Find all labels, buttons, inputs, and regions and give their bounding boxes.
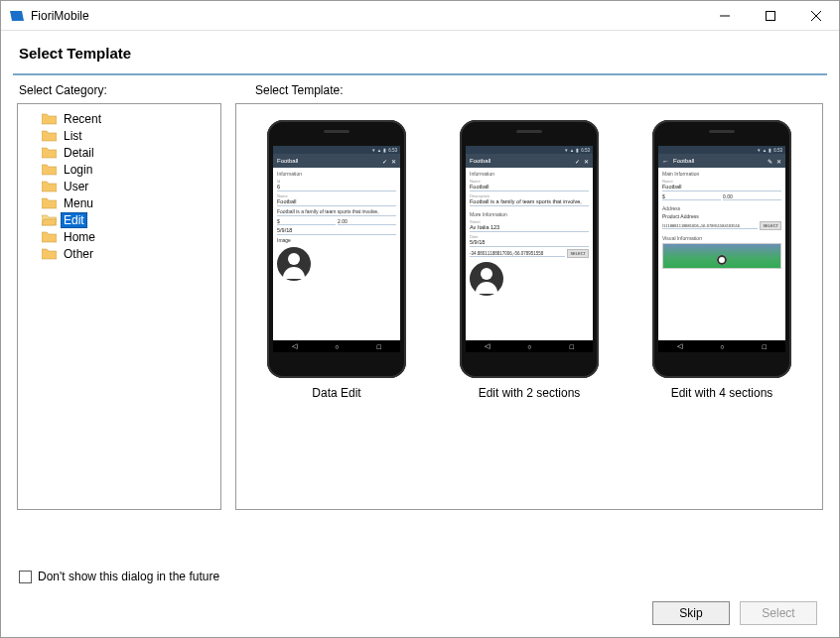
folder-icon (42, 147, 57, 159)
page-title: Select Template (13, 31, 827, 75)
folder-icon (42, 113, 57, 125)
tree-item-detail[interactable]: Detail (22, 144, 216, 161)
template-card-edit-4-sections[interactable]: ▾▲▮6:53 ←Football✎✕ Main Information Nam… (637, 120, 806, 400)
svg-marker-0 (10, 11, 24, 21)
skip-button[interactable]: Skip (652, 601, 730, 625)
template-section-label: Select Template: (255, 83, 821, 97)
dialog-footer: Don't show this dialog in the future Ski… (13, 558, 827, 625)
window-close-button[interactable] (793, 1, 839, 31)
window-title: FioriMobile (31, 9, 89, 23)
tree-item-label: List (61, 128, 85, 144)
folder-icon (42, 130, 57, 142)
tree-item-label: Login (61, 162, 95, 178)
template-card-data-edit[interactable]: ▾▲▮6:53 Football✓✕ Information Id6 NameF… (252, 120, 421, 400)
tree-item-label: Home (61, 229, 98, 245)
tree-item-label: Recent (61, 111, 104, 127)
dont-show-checkbox-row[interactable]: Don't show this dialog in the future (19, 570, 821, 583)
template-card-edit-2-sections[interactable]: ▾▲▮6:53 Football✓✕ Information NameFootb… (445, 120, 614, 400)
window-maximize-button[interactable] (748, 1, 793, 31)
tree-item-list[interactable]: List (22, 127, 216, 144)
app-icon (9, 8, 25, 24)
tree-item-home[interactable]: Home (22, 228, 216, 245)
tree-item-label: Menu (61, 195, 96, 211)
tree-item-login[interactable]: Login (22, 161, 216, 178)
template-label: Edit with 2 sections (479, 386, 581, 400)
tree-item-label: Edit (61, 212, 87, 228)
folder-icon (42, 231, 57, 243)
phone-preview: ▾▲▮6:53 Football✓✕ Information NameFootb… (460, 120, 599, 378)
folder-icon (42, 164, 57, 176)
tree-item-edit[interactable]: Edit (22, 211, 216, 228)
phone-preview: ▾▲▮6:53 ←Football✎✕ Main Information Nam… (652, 120, 791, 378)
window-minimize-button[interactable] (702, 1, 748, 31)
folder-icon (42, 248, 57, 260)
svg-rect-2 (767, 11, 775, 20)
folder-open-icon (42, 214, 57, 226)
tree-item-label: Other (61, 246, 96, 262)
template-list: ▾▲▮6:53 Football✓✕ Information Id6 NameF… (235, 103, 823, 510)
tree-item-user[interactable]: User (22, 178, 216, 194)
section-labels: Select Category: Select Template: (13, 83, 827, 103)
folder-icon (42, 197, 57, 209)
category-section-label: Select Category: (19, 83, 227, 97)
tree-item-recent[interactable]: Recent (22, 110, 216, 127)
tree-item-label: User (61, 179, 91, 194)
template-label: Data Edit (312, 386, 360, 400)
phone-preview: ▾▲▮6:53 Football✓✕ Information Id6 NameF… (267, 120, 406, 378)
tree-item-other[interactable]: Other (22, 245, 216, 262)
window-titlebar: FioriMobile (1, 1, 839, 31)
category-tree: Recent List Detail Login User (17, 103, 221, 510)
tree-item-menu[interactable]: Menu (22, 194, 216, 211)
folder-icon (42, 181, 57, 192)
select-button[interactable]: Select (740, 601, 817, 625)
dialog-content: Select Template Select Category: Select … (1, 31, 839, 637)
checkbox-label: Don't show this dialog in the future (38, 570, 219, 583)
template-label: Edit with 4 sections (671, 386, 773, 400)
checkbox-icon[interactable] (19, 571, 32, 583)
tree-item-label: Detail (61, 145, 97, 161)
